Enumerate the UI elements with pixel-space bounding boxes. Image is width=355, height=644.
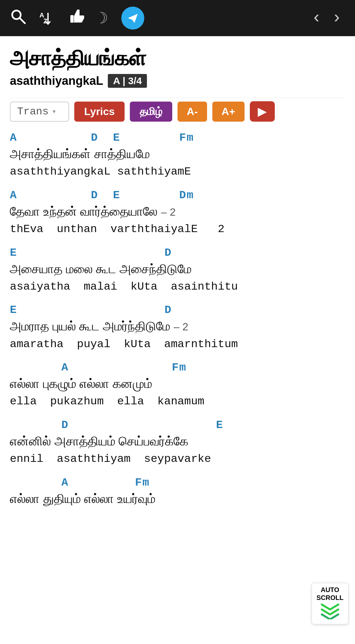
verse-block-1: A D E Fm அசாத்தியங்கள் சாத்தியமே asathth… (10, 131, 345, 180)
song-meta-row: asaththiyangkaL A | 3/4 (10, 74, 345, 88)
lyric-tamil-5: எல்லா புகழும் எல்லா கனமும் (10, 375, 345, 393)
auto-scroll-text-2: SCROLL (317, 594, 343, 602)
verse-block-7: A Fm எல்லா துதியும் எல்லா உயர்வும் (10, 476, 345, 508)
verse-block-5: A Fm எல்லா புகழும் எல்லா கனமும் ella puk… (10, 361, 345, 410)
trans-label: Trans (17, 106, 49, 118)
sort-az-icon[interactable]: A Z (39, 10, 56, 27)
chord-line-3: E D (10, 247, 345, 259)
font-increase-button[interactable]: A+ (212, 102, 245, 122)
chord-line-1: A D E Fm (10, 131, 345, 144)
controls-row: Trans ▾ Lyrics தமிழ் A- A+ ▶ (0, 101, 355, 128)
topbar-right: ‹ › (308, 9, 345, 28)
auto-scroll-chevron-icon (320, 603, 340, 621)
lyric-tamil-3: அசையாத மலை கூட அசைந்திடுமே (10, 260, 345, 278)
youtube-button[interactable]: ▶ (250, 101, 275, 122)
song-transliteration: asaththiyangkaL (10, 74, 103, 88)
font-decrease-button[interactable]: A- (178, 102, 207, 122)
moon-icon[interactable]: ☽ (99, 9, 108, 28)
song-header: அசாத்தியங்கள் asaththiyangkaL A | 3/4 (0, 36, 355, 98)
dropdown-arrow-icon: ▾ (52, 107, 56, 116)
back-arrow-icon[interactable]: ‹ (308, 9, 325, 28)
verse-block-2: A D E Dm தேவா உந்தன் வார்த்தையாலே – 2 th… (10, 189, 345, 237)
song-badge: A | 3/4 (108, 74, 147, 88)
chord-line-5: A Fm (10, 361, 345, 374)
topbar: A Z ☽ ‹ › (0, 0, 355, 36)
song-title: அசாத்தியங்கள் (10, 46, 345, 71)
chord-line-6: D E (10, 419, 345, 431)
lyric-roman-4: amaratha puyal kUta amarnthitum (10, 337, 345, 352)
chord-line-7: A Fm (10, 476, 345, 489)
thumbs-up-icon[interactable] (69, 8, 85, 29)
lyrics-button[interactable]: Lyrics (74, 102, 125, 122)
lyric-tamil-6: என்னில் அசாத்தியம் செய்பவர்க்கே (10, 433, 345, 450)
lyric-roman-5: ella pukazhum ella kanamum (10, 394, 345, 410)
lyric-roman-3: asaiyatha malai kUta asainthitu (10, 279, 345, 295)
lyric-roman-2: thEva unthan varththaiyalE 2 (10, 222, 345, 237)
chord-line-4: E D (10, 304, 345, 316)
auto-scroll-badge[interactable]: AUTO SCROLL (312, 583, 348, 624)
youtube-play-icon: ▶ (258, 105, 267, 118)
telegram-icon[interactable] (121, 7, 144, 30)
trans-dropdown[interactable]: Trans ▾ (10, 102, 69, 122)
auto-scroll-text-1: AUTO (321, 586, 339, 594)
lyric-tamil-4: அமராத புயல் கூட அமர்ந்திடுமே – 2 (10, 318, 345, 335)
lyrics-content: A D E Fm அசாத்தியங்கள் சாத்தியமே asathth… (0, 128, 355, 530)
forward-arrow-icon[interactable]: › (328, 9, 345, 28)
svg-line-1 (20, 18, 25, 23)
lyric-tamil-1: அசாத்தியங்கள் சாத்தியமே (10, 145, 345, 163)
verse-block-3: E D அசையாத மலை கூட அசைந்திடுமே asaiyatha… (10, 247, 345, 295)
header-divider (10, 98, 345, 98)
search-icon[interactable] (10, 8, 26, 28)
verse-block-6: D E என்னில் அசாத்தியம் செய்பவர்க்கே enni… (10, 419, 345, 467)
lyric-roman-1: asaththiyangkaL saththiyamE (10, 164, 345, 180)
tamil-button[interactable]: தமிழ் (130, 102, 172, 122)
lyric-tamil-7: எல்லா துதியும் எல்லா உயர்வும் (10, 490, 345, 508)
lyric-tamil-2: தேவா உந்தன் வார்த்தையாலே – 2 (10, 203, 345, 220)
verse-block-4: E D அமராத புயல் கூட அமர்ந்திடுமே – 2 ama… (10, 304, 345, 352)
topbar-left: A Z ☽ (10, 7, 295, 30)
chord-line-2: A D E Dm (10, 189, 345, 202)
svg-rect-5 (70, 15, 74, 23)
lyric-roman-6: ennil asaththiyam seypavarke (10, 451, 345, 467)
